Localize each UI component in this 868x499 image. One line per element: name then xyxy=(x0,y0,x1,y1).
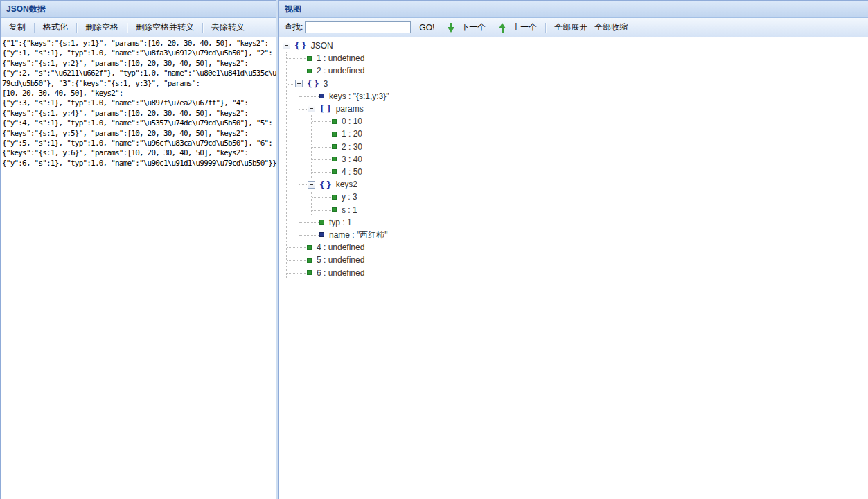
leaf-text[interactable]: 2 : undefined xyxy=(317,66,364,76)
leaf-text[interactable]: 0 : 10 xyxy=(342,116,362,126)
tree-node: {}keys2y : 3s : 1 xyxy=(308,178,868,216)
number-bullet-icon xyxy=(319,220,324,225)
tree-leaf: 4 : undefined xyxy=(295,241,868,254)
object-braces-icon: {} xyxy=(319,180,333,190)
toolbar-separator xyxy=(202,23,203,33)
node-label[interactable]: params xyxy=(336,104,364,114)
find-input[interactable] xyxy=(305,21,411,33)
number-bullet-icon xyxy=(332,132,337,137)
remove-spaces-button[interactable]: 删除空格 xyxy=(82,21,122,33)
leaf-text[interactable]: y : 3 xyxy=(342,192,357,202)
json-source-panel: JSON数据 复制格式化删除空格删除空格并转义去除转义 xyxy=(0,0,276,499)
left-toolbar: 复制格式化删除空格删除空格并转义去除转义 xyxy=(1,18,276,37)
tree-leaf: keys : "{s:1,y:3}" xyxy=(308,90,868,103)
node-label[interactable]: 3 xyxy=(324,79,328,89)
tree-node: {}3keys : "{s:1,y:3}"[]params0 : 101 : 2… xyxy=(295,78,868,242)
number-bullet-icon xyxy=(332,169,337,174)
string-bullet-icon xyxy=(319,94,324,98)
toolbar-separator xyxy=(127,23,127,33)
tree-view-panel: 视图 查找: GO! 下一个 上一个 全部展开 全部收缩 {}JSON1 : u… xyxy=(278,0,868,499)
toolbar-separator xyxy=(34,23,35,33)
leaf-text[interactable]: 1 : 20 xyxy=(342,129,362,139)
tree-leaf: y : 3 xyxy=(320,191,868,203)
next-button[interactable]: 下一个 xyxy=(457,21,489,33)
leaf-text[interactable]: s : 1 xyxy=(342,205,357,215)
prev-arrow-icon[interactable] xyxy=(499,23,506,33)
string-bullet-icon xyxy=(319,232,324,237)
leaf-text[interactable]: 5 : undefined xyxy=(317,255,364,265)
collapse-toggle-icon[interactable] xyxy=(295,80,303,87)
number-bullet-icon xyxy=(307,270,312,275)
prev-button[interactable]: 上一个 xyxy=(508,21,540,33)
number-bullet-icon xyxy=(332,144,337,149)
json-tree: {}JSON1 : undefined2 : undefined{}3keys … xyxy=(279,37,868,499)
tree-leaf: 3 : 40 xyxy=(320,153,868,166)
format-button[interactable]: 格式化 xyxy=(39,21,71,33)
number-bullet-icon xyxy=(332,157,337,161)
array-brackets-icon: [] xyxy=(319,103,333,114)
tree-children: 0 : 101 : 202 : 303 : 404 : 50 xyxy=(311,115,868,178)
expand-all-button[interactable]: 全部展开 xyxy=(551,21,591,33)
tree-children: 1 : undefined2 : undefined{}3keys : "{s:… xyxy=(286,52,868,279)
collapse-all-button[interactable]: 全部收缩 xyxy=(591,21,631,33)
tree-node: {}JSON1 : undefined2 : undefined{}3keys … xyxy=(283,40,868,279)
leaf-text[interactable]: 4 : 50 xyxy=(342,167,362,177)
left-panel-header: JSON数据 xyxy=(1,1,276,18)
collapse-toggle-icon[interactable] xyxy=(308,105,315,112)
tree-children: y : 3s : 1 xyxy=(311,191,868,216)
node-label[interactable]: keys2 xyxy=(336,180,357,189)
number-bullet-icon xyxy=(307,245,312,250)
app-window: JSON数据 复制格式化删除空格删除空格并转义去除转义 视图 查找: GO! 下… xyxy=(0,0,868,499)
view-toolbar: 查找: GO! 下一个 上一个 全部展开 全部收缩 xyxy=(279,18,868,37)
go-button[interactable]: GO! xyxy=(416,23,438,33)
leaf-text[interactable]: typ : 1 xyxy=(329,218,352,227)
leaf-text[interactable]: 2 : 30 xyxy=(342,142,362,152)
right-panel-header: 视图 xyxy=(279,1,868,18)
object-braces-icon: {} xyxy=(307,78,321,89)
tree-leaf: 0 : 10 xyxy=(320,115,868,128)
collapse-toggle-icon[interactable] xyxy=(283,42,290,49)
leaf-text[interactable]: 6 : undefined xyxy=(317,268,364,278)
toolbar-separator xyxy=(76,23,77,33)
number-bullet-icon xyxy=(332,195,337,200)
tree-leaf: typ : 1 xyxy=(308,216,868,229)
tree-leaf: 2 : undefined xyxy=(295,64,868,77)
tree-leaf: 1 : 20 xyxy=(320,128,868,140)
collapse-toggle-icon[interactable] xyxy=(308,181,315,189)
find-label: 查找: xyxy=(284,21,303,33)
tree-leaf: name : "西红柿" xyxy=(308,229,868,241)
tree-node: []params0 : 101 : 202 : 303 : 404 : 50 xyxy=(308,103,868,178)
json-input-textarea[interactable] xyxy=(1,37,276,499)
number-bullet-icon xyxy=(307,56,312,61)
tree-leaf: 4 : 50 xyxy=(320,166,868,178)
tree-leaf: 2 : 30 xyxy=(320,141,868,153)
tree-leaf: 1 : undefined xyxy=(295,52,868,64)
number-bullet-icon xyxy=(307,69,312,73)
next-arrow-icon[interactable] xyxy=(448,23,455,33)
tree-root-list: {}JSON1 : undefined2 : undefined{}3keys … xyxy=(283,40,868,279)
leaf-text[interactable]: keys : "{s:1,y:3}" xyxy=(329,91,389,101)
number-bullet-icon xyxy=(332,207,337,212)
remove-spaces-escape-button[interactable]: 删除空格并转义 xyxy=(132,21,197,33)
leaf-text[interactable]: 1 : undefined xyxy=(317,53,364,63)
leaf-text[interactable]: 3 : 40 xyxy=(342,155,362,164)
leaf-text[interactable]: name : "西红柿" xyxy=(329,230,388,240)
left-panel-title: JSON数据 xyxy=(6,4,46,14)
right-panel-title: 视图 xyxy=(285,4,301,14)
json-source-body xyxy=(1,37,276,499)
copy-button[interactable]: 复制 xyxy=(6,21,29,33)
object-braces-icon: {} xyxy=(294,40,308,51)
tree-leaf: 5 : undefined xyxy=(295,254,868,266)
number-bullet-icon xyxy=(307,258,312,263)
unescape-button[interactable]: 去除转义 xyxy=(208,21,248,33)
leaf-text[interactable]: 4 : undefined xyxy=(317,243,364,252)
node-label[interactable]: JSON xyxy=(311,41,333,51)
number-bullet-icon xyxy=(332,119,337,124)
tree-children: keys : "{s:1,y:3}"[]params0 : 101 : 202 … xyxy=(299,90,868,241)
toolbar-separator xyxy=(545,23,546,33)
tree-leaf: s : 1 xyxy=(320,204,868,216)
tree-leaf: 6 : undefined xyxy=(295,267,868,279)
